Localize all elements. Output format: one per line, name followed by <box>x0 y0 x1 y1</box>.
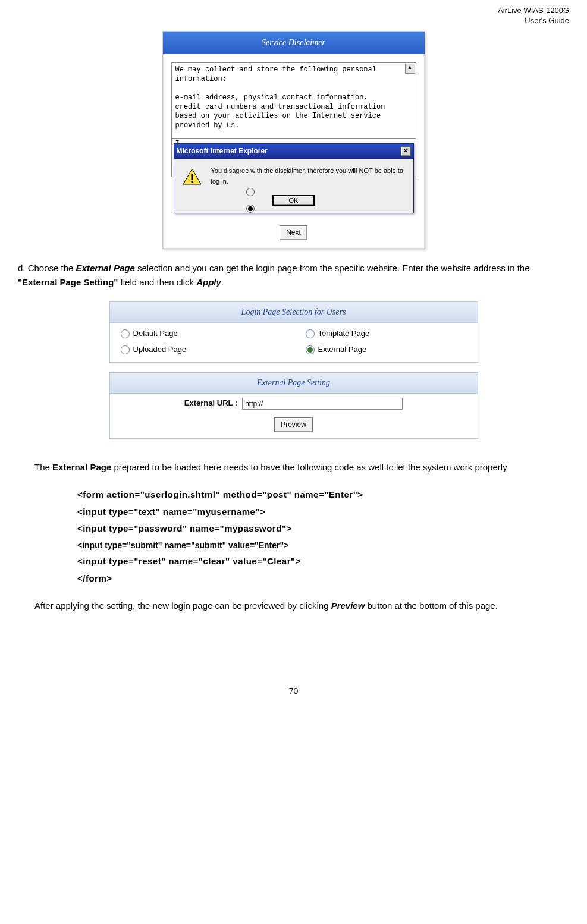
code-line-3: <input type="password" name="mypassword"… <box>77 520 569 538</box>
header: AirLive WIAS-1200G User's Guide <box>18 6 569 26</box>
svg-rect-2 <box>191 181 193 183</box>
radio-default[interactable] <box>121 329 130 338</box>
svg-rect-1 <box>191 174 193 180</box>
opt-uploaded[interactable]: Uploaded Page <box>121 344 282 356</box>
opt-default[interactable]: Default Page <box>121 328 282 340</box>
header-line1: AirLive WIAS-1200G <box>498 6 569 15</box>
ie-message: You disagree with the disclaimer, theref… <box>211 166 405 187</box>
external-url-label: External URL : <box>184 397 237 410</box>
radio-agree[interactable] <box>246 188 255 196</box>
code-line-1: <form action="userlogin.shtml" method="p… <box>77 486 569 504</box>
page-number: 70 <box>18 684 569 697</box>
ie-alert: Microsoft Internet Explorer ✕ You disagr… <box>174 143 414 213</box>
opt-external[interactable]: External Page <box>306 344 467 356</box>
next-button[interactable]: Next <box>280 225 307 240</box>
code-line-6: </form> <box>77 570 569 587</box>
paragraph-external: The External Page prepared to be loaded … <box>34 460 569 474</box>
panel2-title: External Page Setting <box>110 373 478 394</box>
code-block: <form action="userlogin.shtml" method="p… <box>77 486 569 587</box>
radio-external[interactable] <box>306 345 315 354</box>
ie-titlebar: Microsoft Internet Explorer ✕ <box>174 144 413 159</box>
panel1-title: Login Page Selection for Users <box>110 302 478 323</box>
header-line2: User's Guide <box>525 16 569 25</box>
disclaimer-title: Service Disclaimer <box>163 32 425 54</box>
paragraph-after: After applying the setting, the new logi… <box>34 599 569 613</box>
close-icon[interactable]: ✕ <box>401 146 411 156</box>
external-url-input[interactable] <box>242 398 403 410</box>
radio-template[interactable] <box>306 329 315 338</box>
paragraph-d: d. Choose the External Page selection an… <box>18 261 569 290</box>
ok-button[interactable]: OK <box>272 195 315 206</box>
code-line-4: <input type="submit" name="submit" value… <box>77 538 569 554</box>
code-line-2: <input type="text" name="myusername"> <box>77 504 569 521</box>
ie-title-text: Microsoft Internet Explorer <box>177 146 268 157</box>
preview-button[interactable]: Preview <box>274 417 313 432</box>
disclaimer-textbox[interactable]: We may collect and store the following p… <box>171 62 416 139</box>
opt-template[interactable]: Template Page <box>306 328 467 340</box>
code-line-5: <input type="reset" name="clear" value="… <box>77 553 569 570</box>
screenshot-disclaimer: Service Disclaimer We may collect and st… <box>162 31 425 249</box>
radio-disagree[interactable] <box>246 205 255 213</box>
screenshot-login-selection: Login Page Selection for Users Default P… <box>109 301 478 448</box>
scroll-up-icon[interactable]: ▲ <box>405 64 415 74</box>
warning-icon <box>183 168 202 185</box>
radio-uploaded[interactable] <box>121 345 130 354</box>
